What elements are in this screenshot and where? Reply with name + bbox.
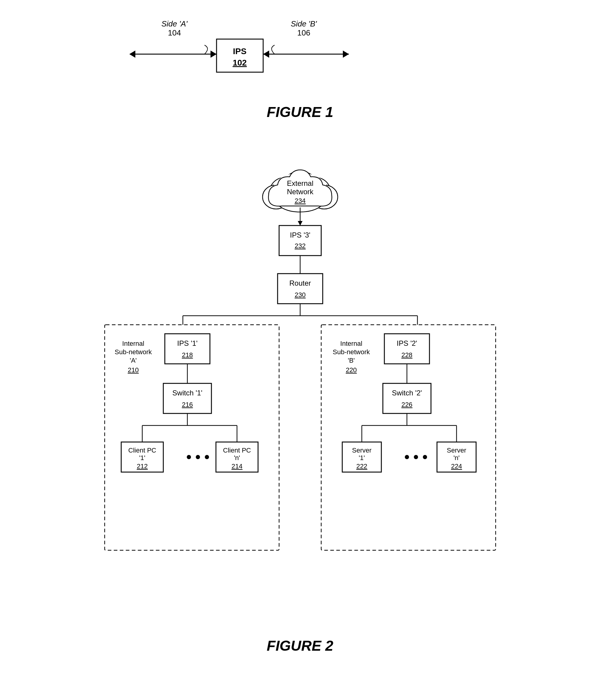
switch1-num: 216 [182,401,193,408]
bracket-b [272,45,275,54]
clientpcn-label1: Client PC [223,447,251,454]
subnet-b-num: 220 [346,366,357,374]
figure2-caption: FIGURE 2 [0,638,600,666]
switch1-label: Switch '1' [172,389,202,397]
figure2-section: External Network 234 IPS '3' 232 Router … [0,156,600,666]
dots-left-2 [196,455,200,459]
arrow-cloud-ips3 [298,221,303,226]
servern-num: 224 [451,462,462,470]
switch2-box [383,383,431,414]
subnet-b-label2: Sub-network [333,348,370,356]
router-num: 230 [295,291,305,299]
figure2-diagram: External Network 234 IPS '3' 232 Router … [90,156,511,625]
subnet-b-label3: 'B' [348,357,355,364]
subnet-b-label1: Internal [340,340,362,347]
side-a-label: Side 'A' [161,19,188,28]
clientpcn-num: 214 [231,462,243,470]
ips102-num: 102 [233,58,247,67]
figure1-section: Side 'A' 104 IPS 102 Side 'B' 106 FIGURE… [0,12,600,126]
figure1-caption-text: FIGURE 1 [267,104,333,120]
clientpc1-num: 212 [136,462,148,470]
dots-right-1 [405,455,409,459]
server1-label1: Server [352,447,371,454]
ips1-label: IPS '1' [177,339,198,347]
side-a-num: 104 [168,28,181,37]
switch2-label: Switch '2' [392,389,422,397]
arrow-b-right-head [343,51,349,58]
switch1-box [163,383,211,414]
external-network-label: External [286,179,313,187]
subnet-a-label1: Internal [122,340,144,347]
arrow-a-left-head [129,51,135,58]
side-b-num: 106 [297,28,310,37]
ips2-box [384,334,429,364]
ips2-label: IPS '2' [397,339,417,347]
ips3-box [279,226,321,256]
dots-left-3 [205,455,209,459]
ips3-num: 232 [295,242,305,250]
clientpc1-label1: Client PC [128,447,156,454]
clientpc1-label2: '1' [139,454,145,461]
dots-left-1 [187,455,191,459]
ips2-num: 228 [401,351,412,359]
servern-label1: Server [447,447,466,454]
dots-right-2 [414,455,418,459]
external-network-label2: Network [286,188,314,196]
server1-label2: '1' [358,454,365,461]
servern-label2: 'n' [453,454,459,461]
router-label: Router [289,279,311,287]
subnet-a-label3: 'A' [130,357,136,364]
subnet-a-label2: Sub-network [115,348,152,356]
external-network-num: 234 [295,197,305,204]
dots-right-3 [423,455,427,459]
server1-num: 222 [356,462,367,470]
ips1-num: 218 [182,351,193,359]
arrow-a-right-head [210,51,217,58]
figure1-caption: FIGURE 1 [0,104,600,120]
ips1-box [165,334,210,364]
ips3-label: IPS '3' [290,231,310,239]
clientpcn-label2: 'n' [234,454,240,461]
subnet-a-num: 210 [127,366,139,374]
router-box [278,274,323,304]
external-network-cloud: External Network 234 [262,170,338,212]
switch2-num: 226 [401,401,412,408]
ips102-label: IPS [233,47,246,56]
side-b-label: Side 'B' [291,19,317,28]
figure2-caption-text: FIGURE 2 [267,638,333,654]
figure1-diagram: Side 'A' 104 IPS 102 Side 'B' 106 [0,12,600,96]
arrow-b-left-head [263,51,269,58]
bracket-a [204,45,207,54]
